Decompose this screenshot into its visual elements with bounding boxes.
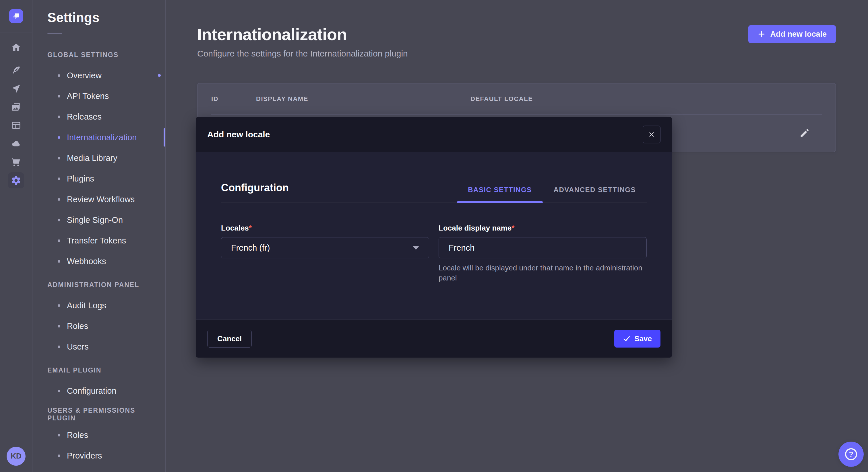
add-locale-modal: Add new locale Configuration BASIC SETTI… xyxy=(196,117,672,358)
display-name-label-text: Locale display name xyxy=(439,224,512,232)
check-icon xyxy=(623,335,630,342)
locales-select-value: French (fr) xyxy=(231,243,270,252)
display-name-field: Locale display name* Locale will be disp… xyxy=(439,224,647,283)
required-asterisk: * xyxy=(512,224,515,232)
save-button-label: Save xyxy=(634,334,652,343)
locales-label-text: Locales xyxy=(221,224,249,232)
display-name-helper-text: Locale will be displayed under that name… xyxy=(439,263,647,283)
modal-footer: Cancel Save xyxy=(196,319,672,358)
close-icon xyxy=(648,131,655,138)
close-modal-button[interactable] xyxy=(643,126,660,143)
app-root: KD Settings GLOBAL SETTINGS Overview API… xyxy=(0,0,868,472)
required-asterisk: * xyxy=(249,224,252,232)
configuration-header-row: Configuration BASIC SETTINGS ADVANCED SE… xyxy=(221,182,647,203)
locales-label: Locales* xyxy=(221,224,429,233)
save-button[interactable]: Save xyxy=(614,330,660,347)
modal-header: Add new locale xyxy=(196,117,672,152)
form-fields-row: Locales* French (fr) Locale display name… xyxy=(221,224,647,283)
settings-tabs: BASIC SETTINGS ADVANCED SETTINGS xyxy=(457,186,647,202)
configuration-title: Configuration xyxy=(221,182,289,202)
chevron-down-icon xyxy=(413,246,419,250)
display-name-label: Locale display name* xyxy=(439,224,647,233)
locales-field: Locales* French (fr) xyxy=(221,224,429,283)
tab-basic-settings[interactable]: BASIC SETTINGS xyxy=(457,186,542,202)
cancel-button[interactable]: Cancel xyxy=(207,330,252,347)
tab-advanced-settings[interactable]: ADVANCED SETTINGS xyxy=(543,186,647,202)
modal-title: Add new locale xyxy=(207,130,270,139)
modal-body: Configuration BASIC SETTINGS ADVANCED SE… xyxy=(196,152,672,319)
locales-select[interactable]: French (fr) xyxy=(221,237,429,258)
locale-display-name-input[interactable] xyxy=(439,237,647,258)
